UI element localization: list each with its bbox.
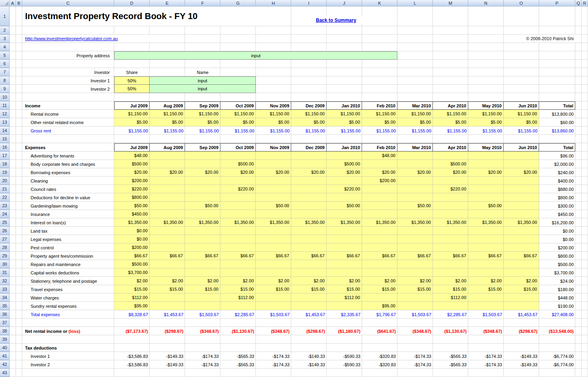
expense-row-7-value[interactable] [291,202,327,210]
expense-row-15-value[interactable] [397,268,433,277]
expense-row-10-value[interactable] [150,227,185,235]
expense-row-15-value[interactable] [185,268,220,277]
expense-row-14-value[interactable]: $500.00 [114,260,150,268]
expense-row-2-value[interactable] [397,160,433,168]
expense-row-7-value[interactable]: $50.00 [185,202,220,210]
column-header-m[interactable]: M [433,0,468,6]
expense-row-7-value[interactable] [433,202,468,210]
expense-row-4-value[interactable] [397,177,433,185]
expense-row-4-value[interactable]: $200.00 [114,177,150,185]
expense-row-4-value[interactable] [291,177,327,185]
row-header-4[interactable]: 4 [0,43,10,51]
expense-row-9-value[interactable]: $1,350.00 [114,218,150,227]
expense-row-13-value[interactable]: $66.67 [362,252,397,260]
expense-row-2-value[interactable] [150,160,185,168]
expense-row-1-value[interactable] [433,152,468,160]
expense-row-12-value[interactable] [220,243,256,252]
expense-row-2-value[interactable] [185,160,220,168]
expense-row-19-value[interactable] [220,302,256,310]
expense-row-16-value[interactable]: $2.00 [291,277,327,285]
expense-row-18-value[interactable] [362,293,397,302]
expense-row-2-value[interactable] [468,160,504,168]
expense-row-18-value[interactable] [291,293,327,302]
column-header-h[interactable]: H [256,0,291,6]
expense-row-15-value[interactable] [220,268,256,277]
expense-row-3-value[interactable]: $20.00 [504,168,539,177]
expense-row-9-value[interactable]: $1,350.00 [327,218,362,227]
expense-row-7-value[interactable]: $50.00 [468,202,504,210]
expense-row-6-value[interactable] [256,193,291,202]
expense-row-1-value[interactable]: $48.00 [114,152,150,160]
expense-row-15-value[interactable] [468,268,504,277]
expense-row-18-value[interactable]: $112.00 [433,293,468,302]
expense-row-6-value[interactable] [185,193,220,202]
expense-row-8-value[interactable] [220,210,256,218]
expense-row-1-value[interactable] [504,152,539,160]
row-header-12[interactable]: 12 [0,110,10,118]
expense-row-5-value[interactable] [468,185,504,193]
row-header-8[interactable]: 8 [0,76,10,85]
website-link[interactable]: http://www.investmentpropertycalculator.… [22,35,150,43]
expense-row-16-value[interactable]: $2.00 [397,277,433,285]
expense-row-14-value[interactable] [433,260,468,268]
expense-row-6-value[interactable] [468,193,504,202]
rental-income-value[interactable]: $1,150.00 [256,110,291,118]
expense-row-3-value[interactable]: $20.00 [256,168,291,177]
row-header-30[interactable]: 30 [0,260,10,268]
expense-row-10-value[interactable] [468,227,504,235]
rental-income-value[interactable]: $1,150.00 [362,110,397,118]
expense-row-13-value[interactable]: $66.67 [256,252,291,260]
expense-row-11-value[interactable] [504,235,539,243]
expense-row-13-value[interactable]: $66.67 [185,252,220,260]
expense-row-11-value[interactable] [362,235,397,243]
expense-row-3-value[interactable]: $20.00 [362,168,397,177]
expense-row-7-value[interactable] [504,202,539,210]
column-header-j[interactable]: J [327,0,362,6]
expense-row-7-value[interactable]: $50.00 [397,202,433,210]
expense-row-3-value[interactable]: $20.00 [433,168,468,177]
expense-row-19-value[interactable] [291,302,327,310]
expense-row-4-value[interactable] [433,177,468,185]
expense-row-10-value[interactable] [433,227,468,235]
column-header-r[interactable]: R [582,0,588,6]
expense-row-6-value[interactable] [397,193,433,202]
expense-row-13-value[interactable]: $66.67 [327,252,362,260]
other-rental-income-value[interactable]: $5.00 [468,118,504,126]
expense-row-15-value[interactable]: $3,700.00 [114,268,150,277]
expense-row-12-value[interactable] [256,243,291,252]
expense-row-15-value[interactable] [327,268,362,277]
row-header-24[interactable]: 24 [0,210,10,218]
expense-row-1-value[interactable] [185,152,220,160]
expense-row-2-value[interactable] [504,160,539,168]
column-header-o[interactable]: O [504,0,539,6]
expense-row-15-value[interactable] [256,268,291,277]
expense-row-14-value[interactable] [291,260,327,268]
column-header-d[interactable]: D [114,0,150,6]
expense-row-19-value[interactable]: $95.00 [362,302,397,310]
expense-row-5-value[interactable]: $220.00 [220,185,256,193]
row-header-3[interactable]: 3 [0,35,10,43]
expense-row-13-value[interactable]: $66.67 [291,252,327,260]
expense-row-9-value[interactable]: $1,350.00 [291,218,327,227]
column-header-n[interactable]: N [468,0,504,6]
expense-row-7-value[interactable] [362,202,397,210]
other-rental-income-value[interactable]: $5.00 [291,118,327,126]
row-header-11[interactable]: 11 [0,101,10,110]
row-header-39[interactable]: 39 [0,335,10,344]
expense-row-2-value[interactable] [362,160,397,168]
expense-row-8-value[interactable] [397,210,433,218]
row-header-43[interactable]: 43 [0,369,10,377]
expense-row-5-value[interactable]: $220.00 [114,185,150,193]
expense-row-19-value[interactable]: $95.00 [114,302,150,310]
rental-income-value[interactable]: $1,150.00 [150,110,185,118]
expense-row-5-value[interactable] [150,185,185,193]
expense-row-4-value[interactable] [220,177,256,185]
other-rental-income-value[interactable]: $5.00 [185,118,220,126]
expense-row-17-value[interactable]: $15.00 [397,285,433,293]
row-header-26[interactable]: 26 [0,227,10,235]
expense-row-10-value[interactable] [220,227,256,235]
expense-row-12-value[interactable]: $200.00 [114,243,150,252]
expense-row-7-value[interactable]: $50.00 [256,202,291,210]
expense-row-7-value[interactable] [220,202,256,210]
row-header-17[interactable]: 17 [0,152,10,160]
